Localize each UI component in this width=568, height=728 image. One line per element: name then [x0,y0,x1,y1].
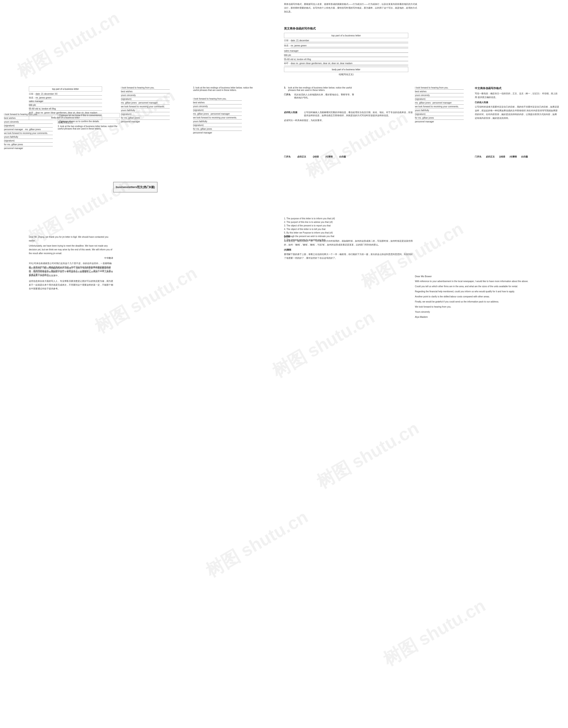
fr-section3: ()结语 [499,155,505,158]
inquiry-para-5: Finally, we would be grateful if you cou… [415,300,557,304]
second-ending-8: for ms. gillian jones [121,117,170,120]
watermark-1: 树图 shutu.cn [13,6,124,84]
date-row: 日期： date: 21 december [284,39,408,42]
task3-instruction: 3. look at the two endings of business l… [193,86,255,91]
inquiry-para-4: Another point to clarify is the skilled … [415,295,557,298]
fr-section4: (4)薄弱 [510,155,517,158]
title-field: sales manager [284,49,408,53]
right-task3-num: 3. [284,86,286,91]
body-label-box: body part of a business letter [284,67,408,72]
fr-ending-3: (signature) [415,98,464,101]
right-task3-header: 3. look at the two endings of business l… [284,86,355,91]
fr-ending-9: personnel manager [415,120,464,123]
inquiry-para-1: With reference to your advertisement in … [415,279,557,283]
chinese-format-title: 中文商务信函写作格式 [475,86,559,90]
section5-label: 白归题 [339,155,346,158]
bottom-letter-salutation: Dear Mr. Zhang, we thank you for jm lett… [29,235,113,243]
second-ending-0: i look forward to hearing from you. [121,86,170,90]
inquiry-para-6: We look forward to hearing from you. [415,305,557,309]
bottom-mid-section: 我们在3月份，我们已经确定把2017-14后围了，得到了500阿里拿个中国发展某… [29,266,113,290]
bottom-letter-body: Unfortunately, we have been trying to me… [29,244,113,255]
left-top-of-letter: top part of a business letter [29,86,102,92]
third-ending-1: best wishes [193,101,242,104]
second-ending-5: we look forward to receiving your commen… [121,105,170,108]
fr-ending-4: ms. gillian jones personnel manager [415,102,464,105]
chinese-desc-1: 公写信时确保人员能够看到完整的详细信息，看信处理应当包含日期、姓名、地址。对于专… [304,111,413,117]
ending-item-7: (signature) [4,139,53,143]
section1-label: 门开头 [284,155,291,158]
third-endings: i look forward to hearing from you. best… [193,98,242,134]
phrase-5: 5. By this letter we Purpose to inform y… [284,232,413,234]
second-ending-1: best wishes [121,90,170,93]
task3-text: 3. look at the two endings of business l… [193,86,255,91]
left-top-label: top part of a business letter [31,88,100,90]
sections-labels: 门开头 必归正文 ()结语 (4)薄弱 白归题 [284,155,413,158]
section2-label: 必归正文 [297,155,306,158]
ending-item-0: i look forward to hearing from you. [4,113,53,116]
fr-ending-6: yours faithfully [415,109,464,112]
instruction-3: 3. look at the two endings of business l… [58,125,120,130]
third-ending-9: personnel manager [193,131,242,134]
second-ending-7: (signature) [121,113,170,116]
third-ending-5: we look forward to receiving your commen… [193,116,242,120]
third-ending-4: ms. gillian jones personnel manager [193,113,242,116]
ending-item-8: for ms. gillian jones [4,143,53,146]
opening-label: 门开头 [284,93,293,99]
second-endings: i look forward to hearing from you. best… [121,86,170,123]
fr-ending-5: we look forward to receiving your commen… [415,105,464,108]
writing-label-row: 必归性人性描 公写信时确保人员能够看到完整的详细信息，看信处理应当包含日期、姓名… [284,111,413,117]
section4-label: (4)薄弱 [326,155,333,158]
right-task3-block: 3. look at the two endings of business l… [284,86,355,99]
bottom-section-desc: 应将使信息一般的结果的一种，写到看到的方向时候用的，就如能时候，如何的这形成第二… [284,239,413,247]
ending-item-1: best wishes [4,117,53,120]
fr-section5: 白归题 [521,155,528,158]
ending-item-5: we look forward to receiving your commen… [4,132,53,135]
far-right-endings: i look forward to hearing from you. best… [415,86,464,123]
third-ending-7: (signature) [193,124,242,127]
third-ending-6: yours faithfully [193,120,242,123]
third-ending-0: i look forward to hearing from you. [193,98,242,101]
sections-breakdown: 必归性人性描 公写信时确保人员能够看到完整的详细信息，看信处理应当包含日期、姓名… [284,111,413,122]
right-task3-text: look at the two endings of business lett… [288,86,355,91]
fr-ending-8: for ms. gillian jones [415,117,464,120]
far-left-endings: i look forward to hearing from you. best… [4,113,53,149]
left-company-field: bbb plc [29,104,102,107]
inquiry-para-2: Could you tell us which other firms are … [415,285,557,288]
left-title-field: sales manager [29,100,102,103]
third-ending-8: for ms. gillian jones [193,128,242,131]
bottom-mid-para1: 我们在3月份，我们已经确定把2017-14后围了，得到了500阿里拿个中国发展某… [29,266,113,277]
chinese-format-desc1: 写信一般包括：确定你主一信的目的，正文、边文（称一，以证文） 对信端，按上款用 … [475,92,559,99]
watermark-8: 树图 shutu.cn [313,416,423,494]
fr-section2: 必归正文 [486,155,495,158]
right-task3-labels: 门开头 找从短话的人士的地面的出来，看好更地在位、警察等等、警察的地方号码。 [284,93,355,99]
ending-item-6: yours faithfully [4,136,53,139]
inquiry-signature: Alya Maidem [415,315,557,319]
watermark-10: 树图 shutu.cn [379,594,490,672]
third-ending-3: (signature) [193,109,242,112]
bottom-letter-closing: 中华翻译 [29,257,113,260]
salutation-row: 称呼： dear mr. green /dear gentlemen, dear… [284,62,408,65]
second-ending-3: (signature) [121,98,170,101]
left-date-row: 日期： date: 21 december XX [29,92,102,96]
left-address-field: 55-60 old st, london e6 6hg [29,108,102,111]
ending-item-9: personnel manager [4,147,53,149]
fr-ending-0: i look forward to hearing from you. [415,86,464,90]
far-right-sections: 门开头 必归正文 ()结语 (4)薄弱 白归题 [475,155,559,160]
third-ending-2: yours sincerely [193,105,242,108]
bottom-section-label: ()结语 [284,235,413,238]
bottom-right-content: ()结语 应将使信息一般的结果的一种，写到看到的方向时候用的，就如能时候，如何的… [284,235,413,260]
fr-ending-2: yours sincerely [415,94,464,97]
second-ending-2: yours sincerely [121,94,170,97]
ending-item-3: (signature) [4,124,53,128]
phrase-3: 3. The object of the present is to repor… [284,224,413,227]
center-title-box: businessletters范文(热门6篇) [113,182,157,192]
mid-instructions: (1)please let me know if this is conveni… [58,113,120,131]
second-ending-6: yours faithfully [121,109,170,112]
chinese-format-label: 己的信人性描 [475,101,559,104]
far-right-chinese-format: 中文商务信函写作格式 写信一般包括：确定你主一信的目的，正文、边文（称一，以证文… [475,86,559,120]
address-field: 55-60 old st, london e6 6hg [284,58,408,61]
body-label: body part of a business letter [286,68,406,71]
second-ending-9: personnel manager [121,120,170,123]
inquiry-letter: Dear Ms Bower With reference to your adv… [415,275,557,319]
fr-ending-1: best wishes [415,90,464,93]
